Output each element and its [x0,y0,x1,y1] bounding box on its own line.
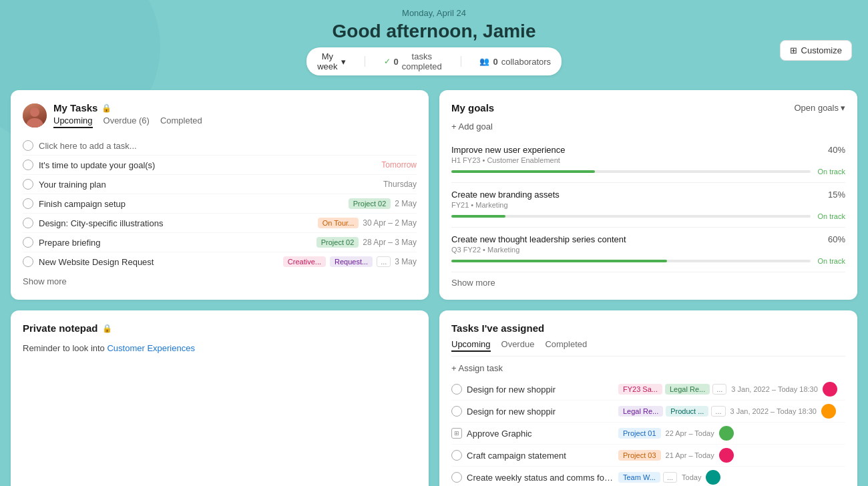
assigned-check-1[interactable] [451,406,462,417]
assigned-check-0[interactable] [451,384,462,395]
assigned-tab-upcoming[interactable]: Upcoming [451,339,491,352]
task-meta-1: Thursday [383,180,417,189]
show-more-goals[interactable]: Show more [451,278,845,288]
week-selector[interactable]: My week ▾ [317,51,346,71]
tag-product1: Product ... [666,406,708,417]
tab-overdue[interactable]: Overdue (6) [103,115,150,128]
tasks-count: 0 [394,57,399,67]
tag-legal1: Legal Re... [618,406,663,417]
assigned-tags-1: Legal Re... Product ... ... [618,406,726,417]
goal-item-0: Improve new user experience 40% H1 FY23 … [451,138,845,183]
tag-creative: Creative... [283,256,326,267]
tasks-completed-stat: ✓ 0 tasks completed [384,51,442,71]
tab-completed[interactable]: Completed [160,115,202,128]
check-0[interactable] [23,160,33,170]
open-goals-label: Open goals [795,103,839,113]
task-check-add [23,140,33,151]
divider [365,56,365,67]
tag-request: Request... [330,256,373,267]
more-tags-btn[interactable]: ... [377,256,391,267]
assign-task-btn[interactable]: + Assign task [451,363,845,373]
collaborators-count: 0 [493,57,497,67]
tag-teamw: Team W... [618,472,660,483]
task-list: Click here to add a task... It's time to… [23,136,417,271]
goal-item-2: Create new thought leadership series con… [451,228,845,272]
add-goal-btn[interactable]: + Add goal [451,121,845,132]
tasks-assigned-card: Tasks I've assigned Upcoming Overdue Com… [439,310,857,486]
assigned-date-0: 3 Jan, 2022 – Today 18:30 [731,385,817,393]
user-avatar-0 [823,382,837,397]
task-name-2: Finish campaign setup [39,199,343,209]
check-2[interactable] [23,198,33,209]
assigned-row-1: Design for new shoppir Legal Re... Produ… [451,401,845,423]
task-add-item[interactable]: Click here to add a task... [23,136,417,156]
task-date-1: Thursday [383,180,417,189]
notepad-content[interactable]: Reminder to look into Customer Experienc… [23,342,417,486]
header-greeting: Good afternoon, Jamie [0,21,868,42]
tab-upcoming[interactable]: Upcoming [53,115,93,128]
goal-status-1: On track [817,212,845,220]
main-grid: My Tasks 🔒 Upcoming Overdue (6) Complete… [0,90,868,486]
task-item: It's time to update your goal(s) Tomorro… [23,156,417,175]
goal-bar-bg-1 [451,215,811,218]
task-name-5: New Website Design Request [39,257,278,267]
goal-status-0: On track [817,168,845,176]
divider2 [461,56,461,67]
add-task-label[interactable]: Click here to add a task... [39,141,137,151]
task-date-5: 3 May [395,257,417,266]
assigned-date-2: 22 Apr – Today [666,429,714,437]
assigned-tab-overdue[interactable]: Overdue [501,339,535,352]
more-btn-1[interactable]: ... [711,406,725,417]
goals-title: My goals [451,102,494,113]
assigned-row-0: Design for new shoppir FY23 Sa... Legal … [451,379,845,401]
task-meta-4: Project 02 28 Apr – 3 May [316,237,417,248]
check-3[interactable] [23,218,33,228]
goal-bar-bg-2 [451,260,811,262]
chevron-down-icon: ▾ [341,57,346,67]
goal-sub-1: FY21 • Marketing [451,201,845,209]
assigned-tab-completed[interactable]: Completed [545,339,587,352]
user-avatar [23,103,47,128]
tag-project02b: Project 02 [316,237,359,248]
assigned-tags-2: Project 01 [618,428,661,439]
open-goals-btn[interactable]: Open goals ▾ [795,103,846,113]
assigned-check-2[interactable]: ⊞ [451,428,462,439]
goal-pct-1: 15% [828,190,845,200]
goal-item-1: Create new branding assets 15% FY21 • Ma… [451,183,845,228]
notepad-link[interactable]: Customer Experiences [107,343,195,353]
task-item: Finish campaign setup Project 02 2 May [23,194,417,214]
notepad-text-prefix: Reminder to look into [23,343,107,353]
my-tasks-card: My Tasks 🔒 Upcoming Overdue (6) Complete… [11,90,429,300]
goal-top-1: Create new branding assets 15% [451,190,845,200]
more-btn-4[interactable]: ... [663,472,677,483]
my-tasks-header: My Tasks 🔒 Upcoming Overdue (6) Complete… [23,102,417,128]
task-date-3: 30 Apr – 2 May [363,218,417,228]
tag-project02: Project 02 [349,198,391,209]
user-avatar-2 [719,426,734,441]
tag-proj01: Project 01 [618,428,661,439]
task-date-4: 28 Apr – 3 May [363,238,417,247]
assigned-check-4[interactable] [451,472,462,483]
show-more-tasks[interactable]: Show more [23,276,417,286]
check-5[interactable] [23,256,33,267]
check-1[interactable] [23,179,33,190]
check-4[interactable] [23,237,33,248]
assigned-date-4: Today [682,473,701,481]
assigned-name-1: Design for new shoppir [467,407,614,417]
private-notepad-card: Private notepad 🔒 Reminder to look into … [11,310,429,486]
tag-fy23: FY23 Sa... [618,384,662,395]
more-btn-0[interactable]: ... [712,384,726,395]
task-item: Design: City-specific illustrations On T… [23,214,417,233]
assigned-name-3: Craft campaign statement [467,451,614,461]
assigned-check-3[interactable] [451,450,462,461]
notepad-lock-icon: 🔒 [102,324,112,333]
goal-name-1: Create new branding assets [451,190,560,200]
task-item: Your training plan Thursday [23,175,417,194]
task-name-3: Design: City-specific illustrations [39,218,312,228]
goal-bar-row-0: On track [451,168,845,176]
goal-name-0: Improve new user experience [451,145,566,155]
tag-legal0: Legal Re... [665,384,710,395]
week-pill: My week ▾ ✓ 0 tasks completed 👥 0 collab… [306,47,562,75]
goal-pct-0: 40% [828,145,845,155]
collaborators-stat: 👥 0 collaborators [479,57,551,67]
